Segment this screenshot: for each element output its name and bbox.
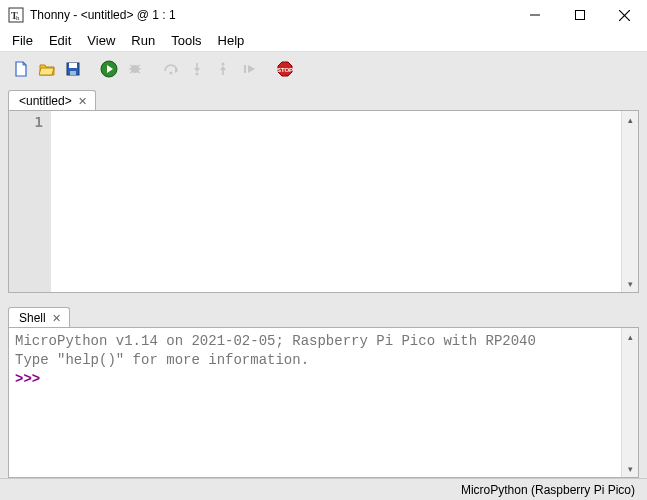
svg-line-17 [137, 71, 140, 73]
menu-edit[interactable]: Edit [41, 31, 79, 50]
shell-line: MicroPython v1.14 on 2021-02-05; Raspber… [15, 333, 536, 349]
scroll-up-icon[interactable]: ▴ [622, 328, 638, 345]
scroll-down-icon[interactable]: ▾ [622, 460, 638, 477]
shell-tab[interactable]: Shell ✕ [8, 307, 70, 328]
svg-point-20 [222, 63, 225, 66]
svg-line-16 [130, 71, 133, 73]
svg-text:STOP: STOP [277, 67, 293, 73]
stop-icon[interactable]: STOP [274, 58, 296, 80]
step-out-icon[interactable] [212, 58, 234, 80]
menubar: File Edit View Run Tools Help [0, 30, 647, 52]
close-icon[interactable]: ✕ [76, 95, 89, 108]
statusbar: MicroPython (Raspberry Pi Pico) [0, 478, 647, 500]
step-into-icon[interactable] [186, 58, 208, 80]
editor-tab-strip: <untitled> ✕ [8, 86, 639, 110]
svg-point-18 [170, 72, 173, 75]
titlebar: T h Thonny - <untitled> @ 1 : 1 [0, 0, 647, 30]
shell-panel: MicroPython v1.14 on 2021-02-05; Raspber… [8, 327, 639, 478]
maximize-button[interactable] [557, 0, 602, 30]
shell-prompt: >>> [15, 371, 40, 387]
scroll-down-icon[interactable]: ▾ [622, 275, 638, 292]
close-button[interactable] [602, 0, 647, 30]
window-title: Thonny - <untitled> @ 1 : 1 [30, 8, 176, 22]
step-over-icon[interactable] [160, 58, 182, 80]
shell-tab-label: Shell [19, 311, 46, 325]
save-icon[interactable] [62, 58, 84, 80]
menu-run[interactable]: Run [123, 31, 163, 50]
app-icon: T h [8, 7, 24, 23]
resume-icon[interactable] [238, 58, 260, 80]
line-number-gutter: 1 [9, 111, 51, 292]
editor-textarea[interactable] [51, 111, 621, 292]
shell-scrollbar[interactable]: ▴ ▾ [621, 328, 638, 477]
svg-point-19 [196, 73, 199, 76]
toolbar: STOP [0, 52, 647, 86]
svg-rect-4 [575, 11, 584, 20]
close-icon[interactable]: ✕ [50, 312, 63, 325]
debug-icon[interactable] [124, 58, 146, 80]
editor-panel: 1 ▴ ▾ [8, 110, 639, 293]
svg-line-15 [137, 65, 140, 67]
menu-tools[interactable]: Tools [163, 31, 209, 50]
menu-help[interactable]: Help [210, 31, 253, 50]
svg-line-14 [130, 65, 133, 67]
new-file-icon[interactable] [10, 58, 32, 80]
shell-output[interactable]: MicroPython v1.14 on 2021-02-05; Raspber… [9, 328, 621, 477]
menu-view[interactable]: View [79, 31, 123, 50]
editor-tab-label: <untitled> [19, 94, 72, 108]
shell-tab-strip: Shell ✕ [8, 303, 639, 327]
shell-line: Type "help()" for more information. [15, 352, 309, 368]
svg-rect-8 [69, 63, 77, 68]
minimize-button[interactable] [512, 0, 557, 30]
editor-scrollbar[interactable]: ▴ ▾ [621, 111, 638, 292]
scroll-up-icon[interactable]: ▴ [622, 111, 638, 128]
editor-tab[interactable]: <untitled> ✕ [8, 90, 96, 111]
interpreter-label[interactable]: MicroPython (Raspberry Pi Pico) [461, 483, 635, 497]
main-area: <untitled> ✕ 1 ▴ ▾ Shell ✕ MicroPython v… [0, 86, 647, 478]
svg-rect-9 [70, 71, 76, 75]
run-icon[interactable] [98, 58, 120, 80]
menu-file[interactable]: File [4, 31, 41, 50]
line-number: 1 [9, 114, 43, 130]
open-file-icon[interactable] [36, 58, 58, 80]
svg-rect-21 [244, 65, 246, 73]
svg-text:h: h [16, 14, 20, 22]
